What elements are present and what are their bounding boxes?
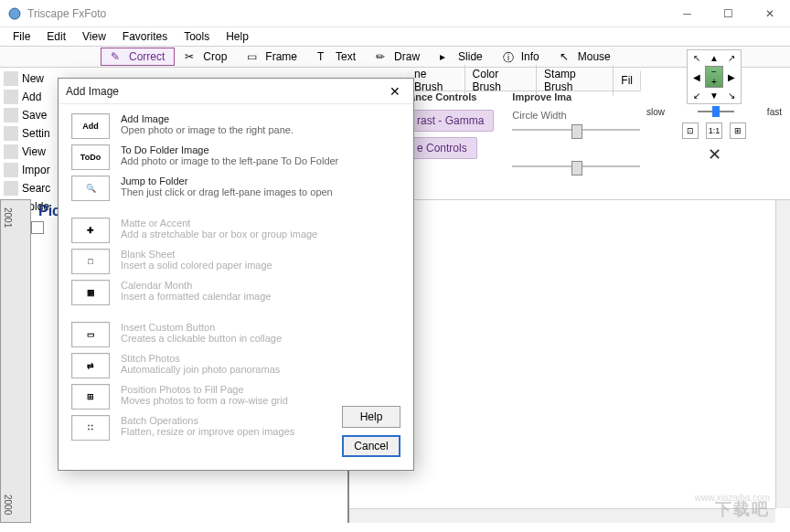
- draw-icon: ✏: [376, 50, 389, 63]
- fit-icon[interactable]: ⊡: [682, 122, 699, 139]
- svg-point-0: [9, 8, 20, 19]
- dialog-item-desc: Creates a clickable button in collage: [121, 333, 282, 344]
- year-bot: 2000: [1, 491, 15, 518]
- sidebar-searc-icon: [4, 181, 18, 196]
- toolbar-label: Mouse: [578, 50, 611, 63]
- sidebar-label: View: [22, 145, 46, 158]
- speed-slow-label: slow: [646, 107, 665, 117]
- balance-title: lance Controls: [407, 91, 494, 102]
- dialog-item-desc: Automatically join photo panoramas: [121, 364, 280, 375]
- add-image-dialog: Add Image ✕ AddAdd ImageOpen photo or im…: [58, 78, 414, 471]
- dialog-help-button[interactable]: Help: [342, 406, 400, 428]
- pict-icon[interactable]: [31, 221, 44, 234]
- circle-width-label: Circle Width: [512, 110, 640, 121]
- mouse-icon: ↖: [560, 50, 572, 63]
- menu-view[interactable]: View: [75, 28, 113, 45]
- circle-width-slider[interactable]: [512, 122, 640, 137]
- dialog-item-icon: ⇄: [71, 353, 110, 378]
- toolbar-label: Correct: [129, 50, 165, 63]
- sub-toolbar: ne BrushColor BrushStamp BrushFil: [407, 69, 641, 91]
- contrast-gamma-button[interactable]: rast - Gamma: [407, 110, 494, 132]
- improve-title: Improve Ima: [512, 91, 640, 102]
- close-button[interactable]: ✕: [749, 0, 790, 27]
- menu-favorites[interactable]: Favorites: [115, 28, 175, 45]
- dialog-cancel-button[interactable]: Cancel: [342, 435, 400, 457]
- dialog-item-icon: Add: [71, 113, 110, 139]
- dialog-item-title: Jump to Folder: [121, 176, 333, 186]
- toolbar-label: Crop: [203, 50, 227, 63]
- minimize-button[interactable]: ─: [667, 0, 708, 27]
- toolbar-frame[interactable]: ▭Frame: [237, 48, 307, 66]
- speed-slider[interactable]: [698, 106, 734, 117]
- improve-panel: Improve Ima Circle Width: [512, 91, 640, 174]
- dialog-item-insert-custom-button: ▭Insert Custom ButtonCreates a clickable…: [71, 322, 400, 347]
- horizontal-scrollbar[interactable]: [349, 508, 775, 523]
- dialog-item-icon: □: [71, 249, 110, 274]
- dialog-item-title: Add Image: [121, 113, 294, 124]
- dialog-item-title: Batch Operations: [121, 415, 294, 426]
- toolbar-draw[interactable]: ✏Draw: [366, 48, 430, 66]
- toolbar-label: Info: [521, 50, 539, 63]
- toolbar-crop[interactable]: ✂Crop: [175, 48, 237, 66]
- improve-slider-2[interactable]: [512, 159, 640, 174]
- toolbar-mouse[interactable]: ↖Mouse: [550, 48, 621, 66]
- sidebar-new-icon: [4, 71, 18, 86]
- dialog-item-desc: Flatten, resize or improve open images: [121, 426, 294, 437]
- toolbar-slide[interactable]: ▸Slide: [430, 48, 493, 66]
- dialog-item-jump-to-folder[interactable]: 🔍Jump to FolderThen just click or drag l…: [71, 176, 400, 201]
- navigation-cluster: ↖▲↗ ◀−+▶ ↙▼↘ slow fast ⊡ 1:1 ⊞ ✕: [641, 48, 787, 165]
- subtab-fil[interactable]: Fil: [614, 71, 641, 90]
- dialog-item-desc: Add a stretchable bar or box or group im…: [121, 229, 317, 239]
- dialog-item-title: Position Photos to Fill Page: [121, 384, 288, 395]
- toolbar-text[interactable]: TText: [307, 48, 366, 66]
- menu-help[interactable]: Help: [219, 28, 256, 45]
- toolbar-correct[interactable]: ✎Correct: [101, 48, 175, 66]
- menu-file[interactable]: File: [5, 28, 37, 45]
- dialog-item-desc: Open photo or image to the right pane.: [121, 124, 294, 135]
- dialog-item-icon: ▦: [71, 280, 110, 305]
- dialog-item-title: To Do Folder Image: [121, 144, 338, 155]
- text-icon: T: [317, 50, 330, 63]
- menu-edit[interactable]: Edit: [39, 28, 73, 45]
- ratio-icon[interactable]: 1:1: [706, 122, 722, 139]
- dialog-item-matte-or-accent: ✚Matte or AccentAdd a stretchable bar or…: [71, 218, 400, 243]
- sidebar-label: Save: [22, 109, 47, 122]
- speed-fast-label: fast: [767, 107, 782, 117]
- app-icon: [7, 6, 22, 21]
- menu-tools[interactable]: Tools: [176, 28, 217, 45]
- dialog-item-desc: Moves photos to form a row-wise grid: [121, 395, 288, 406]
- toolbar-label: Frame: [265, 50, 297, 63]
- crop-icon: ✂: [185, 50, 198, 63]
- dialog-item-desc: Insert a formatted calendar image: [121, 291, 271, 302]
- maximize-button[interactable]: ☐: [708, 0, 749, 27]
- window-title: Triscape FxFoto: [27, 7, 667, 20]
- toolbar-label: Slide: [458, 50, 483, 63]
- arrow-pad[interactable]: ↖▲↗ ◀−+▶ ↙▼↘: [687, 49, 742, 104]
- dialog-item-title: Matte or Accent: [121, 218, 317, 229]
- toolbar-info[interactable]: ⓘInfo: [493, 48, 550, 66]
- sidebar-label: Add: [22, 90, 41, 103]
- toolbar-label: Draw: [394, 50, 420, 63]
- dialog-item-to-do-folder-image[interactable]: ToDoTo Do Folder ImageAdd photo or image…: [71, 144, 400, 170]
- dialog-item-add-image[interactable]: AddAdd ImageOpen photo or image to the r…: [71, 113, 400, 139]
- dialog-item-title: Calendar Month: [121, 280, 271, 291]
- dialog-item-stitch-photos: ⇄Stitch PhotosAutomatically join photo p…: [71, 353, 400, 378]
- grid-icon[interactable]: ⊞: [730, 122, 746, 139]
- dialog-item-icon: 🔍: [71, 176, 110, 201]
- watermark: 下载吧: [715, 498, 770, 520]
- sidebar-label: New: [22, 72, 44, 85]
- sidebar-impor-icon: [4, 163, 18, 177]
- menu-bar: File Edit View Favorites Tools Help: [0, 27, 790, 46]
- vertical-scrollbar[interactable]: [775, 200, 790, 508]
- control-panels: lance Controls rast - Gamma e Controls I…: [407, 91, 641, 174]
- dialog-item-title: Blank Sheet: [121, 249, 272, 260]
- controls-button[interactable]: e Controls: [407, 137, 477, 159]
- sidebar-settin-icon: [4, 126, 18, 141]
- frame-icon: ▭: [247, 50, 260, 63]
- cancel-x-icon[interactable]: ✕: [641, 144, 787, 165]
- dialog-item-desc: Add photo or image to the left-pane To D…: [121, 155, 338, 166]
- dialog-item-title: Stitch Photos: [121, 353, 280, 364]
- dialog-item-icon: ToDo: [71, 144, 110, 170]
- dialog-close-icon[interactable]: ✕: [384, 84, 406, 99]
- sidebar-add-icon: [4, 90, 18, 104]
